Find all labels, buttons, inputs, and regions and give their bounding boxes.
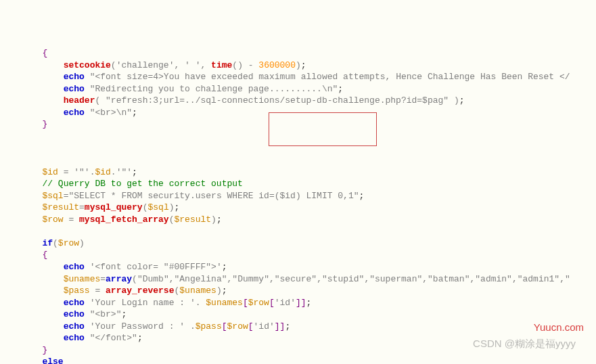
code-line	[0, 154, 596, 166]
code-block: { setcookie('challenge', ' ', time() - 3…	[0, 47, 596, 364]
code-line	[0, 225, 596, 237]
code-line: echo "<br>";	[0, 309, 596, 321]
code-line: echo "<font size=4>You have exceeded max…	[0, 71, 596, 83]
code-line: {	[0, 47, 596, 60]
code-line	[0, 143, 596, 155]
code-line: $unames=array("Dumb","Angelina","Dummy",…	[0, 273, 596, 286]
code-line: echo 'Your Password : ' .$pass[$row['id'…	[0, 321, 596, 333]
code-line: header( "refresh:3;url=../sql-connection…	[0, 95, 596, 107]
code-line: echo "</font>";	[0, 332, 596, 344]
code-line: else	[0, 356, 596, 364]
code-line	[0, 131, 596, 143]
code-line: echo "<br>\n";	[0, 107, 596, 119]
code-line: $pass = array_reverse($unames);	[0, 285, 596, 297]
code-line: echo '<font color= "#00FFFF">';	[0, 261, 596, 273]
code-line: echo "Redirecting you to challenge page.…	[0, 83, 596, 95]
code-line: $id = '"'.$id.'"';	[0, 166, 596, 179]
code-line: // Querry DB to get the correct output	[0, 178, 596, 190]
code-line: {	[0, 249, 596, 261]
code-line: if($row)	[0, 237, 596, 250]
code-line: }	[0, 118, 596, 131]
code-line: $result=mysql_query($sql);	[0, 202, 596, 214]
code-line: $sql="SELECT * FROM security.users WHERE…	[0, 190, 596, 202]
code-line: echo 'Your Login name : '. $unames[$row[…	[0, 297, 596, 309]
code-line: $row = mysql_fetch_array($result);	[0, 214, 596, 226]
code-line: setcookie('challenge', ' ', time() - 360…	[0, 60, 596, 72]
code-line: }	[0, 344, 596, 357]
